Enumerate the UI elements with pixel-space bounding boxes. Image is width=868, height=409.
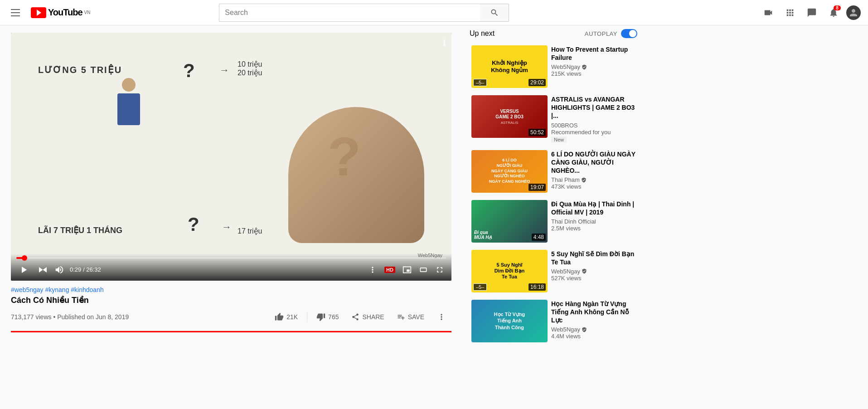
video-text-amount1: 10 triệu 20 triệu	[238, 60, 262, 77]
card-views-4: 2.5M views	[551, 225, 635, 232]
messages-button[interactable]	[803, 4, 821, 22]
card-duration-2: 50:52	[529, 129, 546, 136]
video-tags[interactable]: #web5ngay #kynang #kinhdoanh	[11, 286, 451, 293]
settings-button[interactable]	[366, 263, 379, 276]
card-thumbnail-1: Khởi NghiệpKhông Ngủm –5– 29:02	[471, 45, 548, 88]
video-actions: 21K 765 SHARE SAVE	[269, 309, 451, 325]
card-title-6: Học Hàng Ngàn Từ Vựng Tiếng Anh Không Cầ…	[551, 300, 635, 325]
autoplay-section: AUTOPLAY	[585, 29, 637, 38]
video-player[interactable]: LƯƠNG 5 TRIỆU ? → 10 triệu 20 triệu	[11, 33, 451, 281]
card-num-badge-5: –5–	[473, 283, 487, 291]
like-button[interactable]: 21K	[269, 309, 303, 325]
progress-dot	[22, 255, 27, 261]
card-channel-1: Web5Ngay	[551, 63, 635, 70]
youtube-logo[interactable]: YouTubeVN	[31, 7, 90, 18]
create-video-button[interactable]	[759, 4, 777, 22]
dislike-count: 765	[328, 313, 339, 321]
controls-right: HD	[366, 263, 446, 276]
thumb-text-6: Học Từ VựngTiếng AnhThành Công	[494, 311, 525, 331]
share-button[interactable]: SHARE	[346, 309, 389, 325]
video-published-date: Published on Jun 8, 2019	[57, 313, 129, 321]
video-text-question1: ?	[183, 60, 195, 82]
dislike-button[interactable]: 765	[311, 309, 344, 325]
info-button[interactable]: ℹ	[443, 38, 446, 48]
hd-badge[interactable]: HD	[383, 265, 397, 275]
card-channel-6: Web5Ngay	[551, 326, 635, 333]
search-button[interactable]	[480, 4, 509, 22]
sidebar-card-1[interactable]: Khởi NghiệpKhông Ngủm –5– 29:02 How To P…	[470, 44, 637, 90]
card-info-1: How To Prevent a Startup Failure Web5Nga…	[551, 45, 635, 88]
pip-icon	[402, 265, 412, 274]
verified-icon-1	[582, 64, 587, 70]
sidebar-card-5[interactable]: 5 Suy NghĩDìm Đời BạnTe Tua –5– 16:18 5 …	[470, 248, 637, 294]
card-thumbnail-3: 6 LÍ DONGƯỜI GIÀUNGÀY CÀNG GIÀUNGƯỜI NGH…	[471, 150, 548, 193]
video-controls: 0:29 / 26:32 HD	[11, 253, 451, 281]
card-info-2: ASTRALIS vs AVANGAR HIGHLIGHTS | GAME 2 …	[551, 95, 635, 143]
apps-button[interactable]	[781, 4, 799, 22]
thumb-text-1: Khởi NghiệpKhông Ngủm	[491, 59, 528, 73]
card-thumbnail-4: Đi quaMÙA HẠ 4:48	[471, 200, 548, 243]
card-views-3: 473K views	[551, 183, 635, 190]
search-form	[219, 4, 509, 22]
up-next-label: Up next	[470, 29, 495, 38]
video-character	[111, 78, 147, 137]
verified-icon-3	[581, 177, 587, 183]
video-section: LƯƠNG 5 TRIỆU ? → 10 triệu 20 triệu	[0, 25, 462, 351]
card-views-1: 215K views	[551, 70, 635, 77]
sidebar: Up next AUTOPLAY Khởi NghiệpKhông Ngủm –…	[462, 25, 645, 351]
card-duration-4: 4:48	[532, 234, 546, 241]
youtube-logo-icon	[31, 7, 46, 18]
card-channel-5: Web5Ngay	[551, 268, 635, 275]
miniplayer-button[interactable]	[401, 263, 413, 276]
sidebar-card-4[interactable]: Đi quaMÙA HẠ 4:48 Đi Qua Mùa Hạ | Thai D…	[470, 198, 637, 244]
card-duration-3: 19:07	[529, 184, 546, 191]
card-title-4: Đi Qua Mùa Hạ | Thai Dinh | Official MV …	[551, 200, 635, 216]
more-button[interactable]	[432, 309, 451, 325]
thumb-content-6: Học Từ VựngTiếng AnhThành Công	[471, 300, 548, 342]
play-icon	[18, 264, 29, 275]
theater-button[interactable]	[417, 263, 430, 276]
video-text-profit: LÃI 7 TRIỆU 1 THÁNG	[38, 225, 122, 235]
action-divider	[307, 312, 307, 322]
progress-fill	[16, 257, 24, 259]
fullscreen-button[interactable]	[433, 263, 446, 276]
thumb-text-2: VERSUSGAME 2 BO3	[495, 109, 524, 120]
video-title: Cách Có Nhiều Tiền	[11, 295, 451, 305]
video-meta: 713,177 views • Published on Jun 8, 2019…	[11, 309, 451, 331]
sidebar-card-3[interactable]: 6 LÍ DONGƯỜI GIÀUNGÀY CÀNG GIÀUNGƯỜI NGH…	[470, 148, 637, 195]
video-text-question2: ?	[188, 214, 199, 235]
dislike-icon	[316, 312, 325, 321]
search-icon	[490, 8, 499, 17]
new-badge: New	[551, 136, 567, 143]
video-text-amount2: 17 triệu	[238, 227, 262, 235]
notification-badge: 8	[834, 5, 841, 10]
autoplay-label: AUTOPLAY	[585, 30, 617, 37]
save-button[interactable]: SAVE	[392, 309, 430, 325]
thumb-text-5: 5 Suy NghĩDìm Đời BạnTe Tua	[495, 262, 525, 280]
fullscreen-icon	[435, 265, 444, 274]
card-thumbnail-5: 5 Suy NghĩDìm Đời BạnTe Tua –5– 16:18	[471, 250, 548, 292]
like-count: 21K	[286, 313, 298, 321]
sidebar-header: Up next AUTOPLAY	[470, 29, 637, 38]
add-to-queue-icon	[397, 313, 405, 321]
video-time: 0:29 / 26:32	[70, 266, 101, 273]
hamburger-menu[interactable]	[7, 5, 24, 20]
sidebar-card-6[interactable]: Học Từ VựngTiếng AnhThành Công Học Hàng …	[470, 298, 637, 344]
share-label: SHARE	[362, 313, 384, 321]
next-button[interactable]	[34, 263, 49, 277]
avatar-icon	[849, 8, 858, 17]
search-input[interactable]	[219, 4, 480, 22]
card-info-4: Đi Qua Mùa Hạ | Thai Dinh | Official MV …	[551, 200, 635, 243]
video-frame: LƯƠNG 5 TRIỆU ? → 10 triệu 20 triệu	[11, 33, 451, 281]
verified-icon-5	[582, 268, 587, 274]
card-recommended-2: Recommended for you	[551, 129, 635, 136]
play-button[interactable]	[16, 263, 31, 277]
sidebar-card-2[interactable]: VERSUSGAME 2 BO3 ASTRALIS 50:52 ASTRALIS…	[470, 93, 637, 145]
volume-button[interactable]	[53, 263, 66, 277]
notifications-button[interactable]: 8	[824, 4, 843, 22]
skip-icon	[36, 264, 47, 275]
card-thumbnail-6: Học Từ VựngTiếng AnhThành Công	[471, 300, 548, 342]
progress-bar[interactable]	[16, 257, 446, 259]
autoplay-toggle[interactable]	[621, 29, 637, 38]
user-avatar[interactable]	[846, 5, 861, 20]
